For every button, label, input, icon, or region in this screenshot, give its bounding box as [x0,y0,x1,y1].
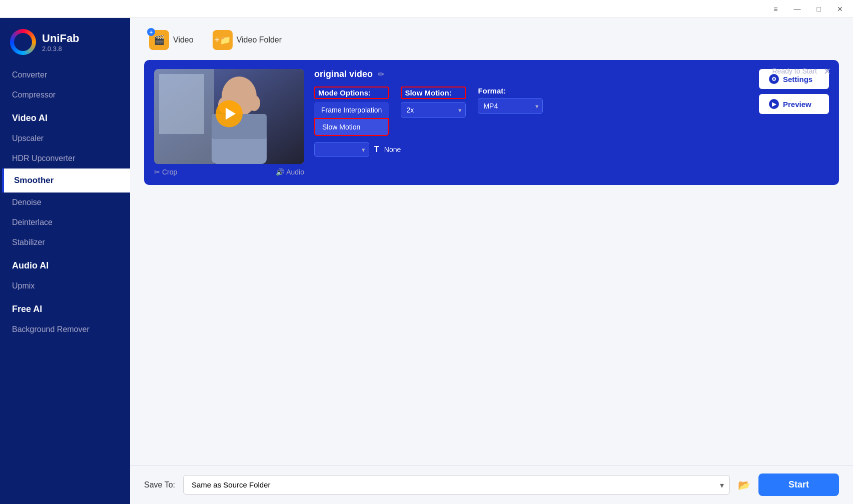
folder-icon: + 📁 [213,30,233,50]
plus-badge: + [147,28,155,36]
sidebar-item-hdr-upconverter[interactable]: HDR Upconverter [0,148,130,168]
sidebar-item-upscaler[interactable]: Upscaler [0,128,130,148]
sidebar-item-deinterlace[interactable]: Deinterlace [0,212,130,232]
minimize-button[interactable]: — [790,3,805,15]
app-logo: UniFab 2.0.3.8 [0,18,130,65]
video-btn-label: Video [173,36,194,44]
play-button[interactable] [216,100,243,128]
logo-icon [10,29,36,55]
sidebar-item-background-remover[interactable]: Background Remover [0,320,130,340]
preview-icon: ▶ [769,99,779,109]
preview-button[interactable]: ▶ Preview [759,94,829,114]
app-name: UniFab [42,32,80,45]
mode-options-group: Mode Options: Frame Interpolation Slow M… [314,86,389,136]
slow-motion-label: Slow Motion: [401,86,466,99]
video-info: original video ✏ Mode Options: Frame Int… [314,69,749,157]
svg-rect-2 [159,74,204,134]
title-bar: ≡ — □ ✕ [0,0,853,18]
sidebar-item-upmix[interactable]: Upmix [0,276,130,296]
format-label: Format: [478,86,543,95]
sidebar-item-converter[interactable]: Converter [0,65,130,85]
subtitle-select[interactable] [314,142,369,157]
video-close-button[interactable]: ✕ [823,66,831,77]
bottom-bar: Save To: Same as Source Folder 📂 Start [130,465,853,504]
start-button[interactable]: Start [758,474,839,496]
add-video-folder-button[interactable]: + 📁 Video Folder [208,27,287,53]
content-area: Ready to Start ✕ [130,60,853,465]
video-title: original video [314,69,373,80]
options-block: Mode Options: Frame Interpolation Slow M… [314,86,749,136]
sidebar-section-video-ai: Video AI [0,105,130,128]
settings-icon: ⚙ [769,74,779,84]
save-to-label: Save To: [144,480,175,490]
sidebar-item-stabilizer[interactable]: Stabilizer [0,232,130,252]
subtitle-none-label: None [384,146,401,154]
subtitle-select-wrapper [314,142,369,157]
slow-motion-group: Slow Motion: 2x 4x 8x [401,86,466,118]
plus-badge-folder: + [214,35,220,46]
ready-label: Ready to Start [772,67,817,75]
audio-label: Audio [286,168,304,176]
settings-label: Settings [783,75,812,84]
crop-label: Crop [162,168,177,176]
slow-motion-select-wrapper: 2x 4x 8x [401,102,466,118]
mode-dropdown[interactable]: Frame Interpolation Slow Motion [314,102,389,136]
close-button[interactable]: ✕ [833,3,847,15]
preview-label: Preview [783,100,811,108]
sidebar-item-compressor[interactable]: Compressor [0,85,130,105]
sidebar: UniFab 2.0.3.8 Converter Compressor Vide… [0,18,130,504]
video-thumbnail: ✂ Crop 🔊 Audio [154,69,304,176]
sidebar-section-audio-ai: Audio AI [0,252,130,276]
menu-button[interactable]: ≡ [769,3,781,15]
format-group: Format: MP4 MKV AVI [478,86,543,114]
video-title-row: original video ✏ [314,69,749,80]
mode-options-label: Mode Options: [314,86,389,99]
slow-motion-option[interactable]: Slow Motion [314,118,389,136]
toolbar: + 🎬 Video + 📁 Video Folder [130,18,853,60]
logo-text: UniFab 2.0.3.8 [42,32,80,52]
subtitle-t-icon: T [374,145,379,154]
app-version: 2.0.3.8 [42,45,80,52]
sidebar-item-denoise[interactable]: Denoise [0,192,130,212]
format-select[interactable]: MP4 MKV AVI [478,98,543,114]
video-folder-btn-label: Video Folder [237,36,282,44]
edit-icon[interactable]: ✏ [378,70,384,79]
frame-interpolation-option[interactable]: Frame Interpolation [314,102,389,118]
video-icon: + 🎬 [149,30,169,50]
add-video-button[interactable]: + 🎬 Video [144,27,199,53]
slow-motion-select[interactable]: 2x 4x 8x [401,102,466,118]
sidebar-nav: Converter Compressor Video AI Upscaler H… [0,65,130,504]
video-card: Ready to Start ✕ [144,60,839,185]
sidebar-section-free-ai: Free AI [0,296,130,320]
browse-folder-button[interactable]: 📂 [738,479,750,491]
audio-button[interactable]: 🔊 Audio [276,168,304,176]
thumbnail-image [154,69,304,164]
subtitle-row: T None [314,142,749,157]
main-content: + 🎬 Video + 📁 Video Folder Ready to Star… [130,18,853,504]
save-path-wrapper: Same as Source Folder [183,475,730,494]
crop-button[interactable]: ✂ Crop [154,168,177,176]
svg-point-7 [248,95,260,111]
format-select-wrapper: MP4 MKV AVI [478,98,543,114]
save-path-select[interactable]: Same as Source Folder [183,475,730,494]
sidebar-item-smoother[interactable]: Smoother [0,168,130,192]
side-buttons: ⚙ Settings ▶ Preview [759,69,829,114]
maximize-button[interactable]: □ [813,3,825,15]
thumb-actions: ✂ Crop 🔊 Audio [154,168,304,176]
